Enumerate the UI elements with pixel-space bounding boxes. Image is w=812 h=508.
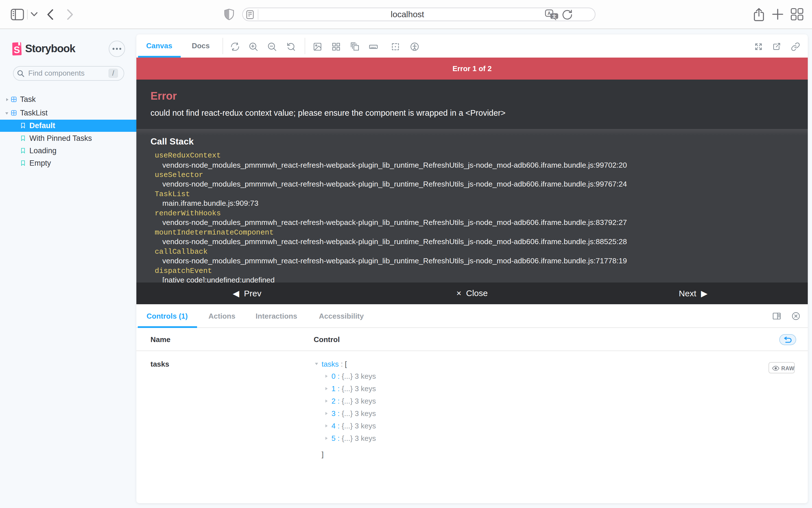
svg-text:A: A <box>547 11 551 16</box>
svg-text:文: 文 <box>552 14 557 18</box>
svg-text:S: S <box>13 45 20 55</box>
